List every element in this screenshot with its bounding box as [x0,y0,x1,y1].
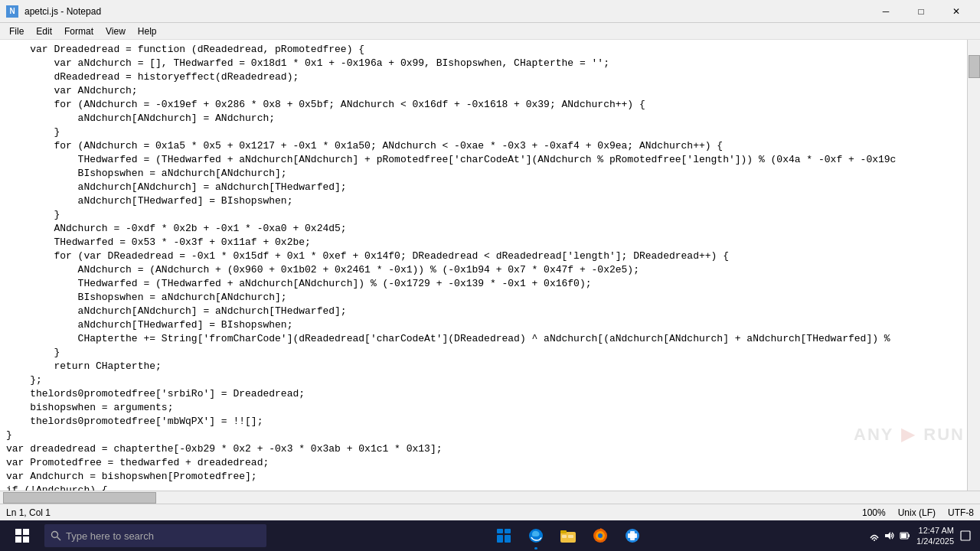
battery-icon [900,530,910,541]
taskbar-right: 12:47 AM 1/24/2025 [869,525,977,547]
taskbar-task-view[interactable] [488,520,519,551]
horizontal-scrollbar[interactable] [0,491,980,504]
taskbar-center [488,520,648,551]
svg-rect-22 [961,531,970,540]
taskbar-search[interactable]: Type here to search [44,524,266,547]
explorer-icon [560,527,577,544]
svg-point-0 [52,532,58,538]
window-title: apetci.js - Notepad [24,6,101,17]
editor-container: var Dreadedread = function (dReadedread,… [0,40,980,491]
svg-rect-8 [560,530,567,533]
hscrollbar-thumb[interactable] [3,492,156,504]
window-controls[interactable]: ─ □ ✕ [868,0,974,23]
network-icon [869,530,880,541]
status-right: 100% Unix (LF) UTF-8 [862,507,974,518]
app5-icon [624,527,641,544]
clock-time: 12:47 AM [916,525,954,536]
menu-format[interactable]: Format [58,23,100,39]
svg-rect-16 [628,533,637,538]
zoom-level: 100% [862,507,886,518]
title-bar: N apetci.js - Notepad ─ □ ✕ [0,0,980,23]
vertical-scrollbar[interactable] [967,40,980,491]
svg-line-1 [57,537,61,541]
clock-date: 1/24/2025 [916,536,954,546]
cursor-position: Ln 1, Col 1 [6,507,51,518]
svg-rect-4 [497,535,503,543]
show-desktop-icon[interactable] [960,530,971,541]
system-clock[interactable]: 12:47 AM 1/24/2025 [916,525,954,547]
code-editor[interactable]: var Dreadedread = function (dReadedread,… [0,40,967,491]
taskbar-app5[interactable] [617,520,648,551]
menu-bar: File Edit Format View Help [0,23,980,40]
svg-rect-5 [505,535,511,543]
svg-point-13 [598,533,603,538]
status-left: Ln 1, Col 1 [6,507,51,518]
task-view-icon [495,527,512,544]
status-bar: Ln 1, Col 1 100% Unix (LF) UTF-8 [0,504,980,520]
search-placeholder: Type here to search [66,530,154,542]
system-tray [869,530,910,541]
svg-marker-18 [885,532,890,540]
app-icon: N [6,5,18,18]
svg-rect-21 [901,533,906,538]
svg-rect-3 [505,529,511,533]
minimize-button[interactable]: ─ [868,0,903,23]
svg-point-17 [874,540,875,541]
title-bar-left: N apetci.js - Notepad [6,5,101,18]
start-button[interactable] [3,520,41,551]
taskbar-explorer[interactable] [553,520,583,551]
menu-view[interactable]: View [100,23,132,39]
menu-help[interactable]: Help [132,23,163,39]
taskbar-edge[interactable] [521,520,551,551]
scrollbar-thumb[interactable] [969,55,980,78]
encoding: UTF-8 [948,507,974,518]
taskbar-firefox[interactable] [585,520,616,551]
taskbar-left: Type here to search [3,520,266,551]
svg-rect-2 [497,529,503,533]
menu-edit[interactable]: Edit [30,23,58,39]
taskbar: Type here to search [0,520,980,551]
svg-rect-10 [568,535,573,538]
windows-logo [15,529,29,543]
svg-rect-20 [908,534,910,537]
close-button[interactable]: ✕ [939,0,974,23]
line-ending: Unix (LF) [898,507,936,518]
volume-icon [884,530,895,541]
editor-scroll[interactable]: var Dreadedread = function (dReadedread,… [0,40,967,491]
search-icon [51,530,61,541]
menu-file[interactable]: File [3,23,30,39]
edge-icon [528,527,544,544]
firefox-icon [592,527,609,544]
maximize-button[interactable]: □ [903,0,939,23]
svg-rect-9 [562,535,567,538]
